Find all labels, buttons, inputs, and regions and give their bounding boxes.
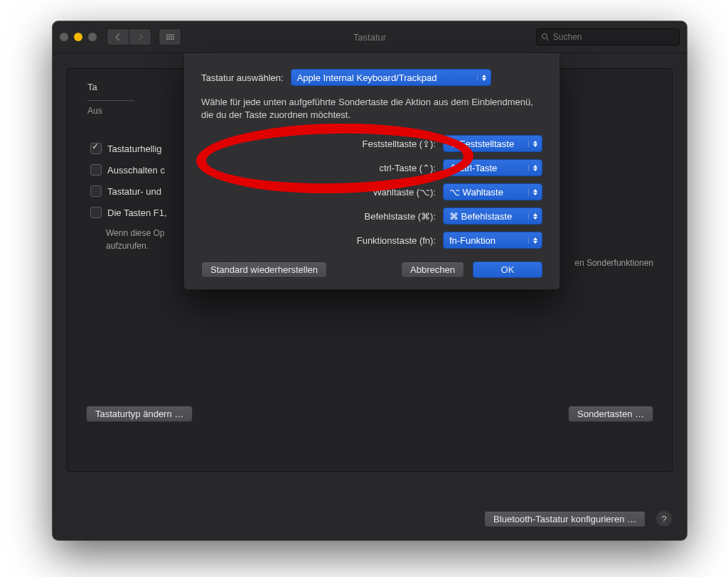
tab-underline	[87, 100, 134, 101]
chevron-updown-icon	[528, 165, 542, 171]
window-bottom-row: Bluetooth-Tastatur konfigurieren … ?	[484, 510, 673, 527]
tab-fragment: Ta	[87, 82, 97, 92]
traffic-lights	[60, 33, 97, 41]
bluetooth-keyboard-button[interactable]: Bluetooth-Tastatur konfigurieren …	[484, 511, 646, 527]
control-label: ctrl-Taste (⌃):	[379, 163, 436, 173]
titlebar: Tastatur	[53, 21, 687, 53]
command-dropdown[interactable]: ⌘ Befehlstaste	[443, 207, 542, 225]
dropdown-value: fn-Funktion	[444, 235, 528, 246]
chevron-updown-icon	[477, 75, 491, 81]
option-dropdown[interactable]: ⌥ Wahltaste	[443, 183, 542, 200]
checkbox-list: Tastaturhellig Ausschalten c Tastatur- u…	[90, 143, 167, 251]
search-icon	[541, 33, 549, 41]
chevron-updown-icon	[528, 213, 542, 220]
dropdown-value: ⇪ Feststelltaste	[444, 139, 528, 149]
show-all-button[interactable]	[159, 28, 181, 45]
checkbox-label: Die Tasten F1,	[107, 207, 167, 218]
checkbox-row[interactable]: Tastaturhellig	[90, 143, 167, 154]
checkbox-label: Ausschalten c	[107, 165, 165, 176]
checkbox-icon[interactable]	[90, 207, 102, 218]
function-dropdown[interactable]: fn-Funktion	[443, 232, 542, 249]
close-icon[interactable]	[60, 33, 68, 41]
search-field[interactable]	[536, 28, 680, 45]
modifier-keys-sheet: Tastatur auswählen: Apple Internal Keybo…	[183, 53, 560, 290]
minimize-icon[interactable]	[74, 33, 82, 41]
checkbox-icon[interactable]	[90, 164, 102, 176]
svg-point-0	[542, 34, 547, 39]
checkbox-icon[interactable]	[90, 185, 102, 197]
back-button[interactable]	[107, 28, 129, 45]
capslock-label: Feststelltaste (⇪):	[363, 139, 436, 149]
dropdown-value: Apple Internal Keyboard/Trackpad	[291, 72, 477, 83]
modifier-keys-button[interactable]: Sondertasten …	[568, 406, 653, 422]
select-keyboard-label: Tastatur auswählen:	[201, 72, 284, 83]
capslock-dropdown[interactable]: ⇪ Feststelltaste	[443, 135, 542, 152]
checkbox-label: Tastaturhellig	[107, 144, 162, 154]
grid-icon	[166, 34, 174, 40]
dropdown-value: ⌃ ctrl-Taste	[444, 163, 528, 173]
checkbox-label: Tastatur- und	[107, 186, 161, 197]
dropdown-value: ⌘ Befehlstaste	[444, 211, 528, 222]
change-keyboard-type-button[interactable]: Tastaturtyp ändern …	[86, 406, 193, 422]
checkbox-row[interactable]: Ausschalten c	[90, 164, 167, 176]
checkbox-row[interactable]: Tastatur- und	[90, 185, 167, 197]
note-fragment: en Sonderfunktionen	[574, 258, 653, 268]
command-label: Befehlstaste (⌘):	[365, 211, 436, 222]
ok-button[interactable]: OK	[473, 261, 542, 278]
forward-button[interactable]	[129, 28, 151, 45]
option-label: Wahltaste (⌥):	[373, 187, 436, 198]
restore-defaults-button[interactable]: Standard wiederherstellen	[201, 261, 327, 278]
sheet-description: Wähle für jede unten aufgeführte Sondert…	[201, 96, 542, 121]
function-label: Funktionstaste (fn):	[357, 235, 436, 246]
search-input[interactable]	[552, 31, 675, 43]
control-dropdown[interactable]: ⌃ ctrl-Taste	[443, 159, 542, 176]
checkbox-subtext: Wenn diese Op	[106, 228, 167, 238]
cancel-button[interactable]: Abbrechen	[401, 261, 464, 278]
preferences-window: Tastatur Ta Aus Tastaturhellig Ausschalt…	[53, 21, 687, 540]
svg-line-1	[547, 38, 549, 41]
zoom-icon[interactable]	[88, 33, 97, 41]
checkbox-subtext: aufzurufen.	[106, 241, 167, 251]
checkbox-row[interactable]: Die Tasten F1,	[90, 207, 167, 218]
chevron-updown-icon	[528, 237, 542, 244]
chevron-updown-icon	[528, 189, 542, 195]
chevron-updown-icon	[528, 141, 542, 147]
help-button[interactable]: ?	[655, 510, 673, 527]
dropdown-value: ⌥ Wahltaste	[444, 187, 528, 198]
tab-sub-fragment: Aus	[87, 106, 102, 116]
panel-bottom-buttons: Tastaturtyp ändern … Sondertasten …	[86, 406, 653, 422]
nav-buttons	[107, 28, 151, 45]
select-keyboard-dropdown[interactable]: Apple Internal Keyboard/Trackpad	[291, 69, 491, 86]
checkbox-icon[interactable]	[90, 143, 102, 154]
